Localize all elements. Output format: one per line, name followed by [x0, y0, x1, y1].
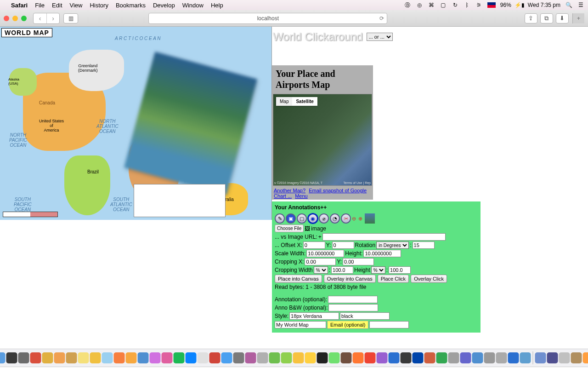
tool-fillrect-icon[interactable]: ▣ [286, 213, 296, 224]
dock-app-35[interactable] [413, 352, 424, 363]
dock-app-48[interactable] [571, 352, 582, 363]
reload-icon[interactable]: ⟳ [379, 15, 384, 22]
image-url-input[interactable] [322, 233, 446, 241]
menu-history[interactable]: History [90, 2, 108, 9]
status-icon-2[interactable]: ◎ [416, 1, 423, 9]
tool-scissors-icon[interactable]: ✂ [341, 213, 351, 224]
menu-edit[interactable]: Edit [52, 2, 62, 9]
sidebar-toggle-button[interactable]: ▥ [63, 13, 78, 23]
dock-app-6[interactable] [66, 352, 77, 363]
menu-help[interactable]: Help [211, 2, 223, 9]
tool-clock-icon[interactable]: ◔ [330, 213, 340, 224]
dock-app-40[interactable] [472, 352, 483, 363]
dock-app-24[interactable] [281, 352, 292, 363]
new-tab-button[interactable]: + [572, 13, 584, 23]
dock-app-13[interactable] [150, 352, 161, 363]
map-type-satellite[interactable]: Satellite [292, 97, 317, 106]
dock-app-23[interactable] [269, 352, 280, 363]
dock-app-41[interactable] [484, 352, 495, 363]
dock-app-4[interactable] [42, 352, 53, 363]
rotation-value-input[interactable] [413, 242, 435, 249]
dock-app-26[interactable] [305, 352, 316, 363]
crop-y-input[interactable] [343, 258, 374, 265]
clock[interactable]: Wed 7:35 pm [528, 2, 560, 8]
dock-app-18[interactable] [209, 352, 220, 363]
dock-app-17[interactable] [198, 352, 209, 363]
dock-app-31[interactable] [365, 352, 376, 363]
email-input[interactable] [369, 321, 409, 328]
dock-app-2[interactable] [18, 352, 29, 363]
status-icon-1[interactable]: Ⓑ [404, 1, 411, 9]
dock-app-11[interactable] [126, 352, 137, 363]
place-click-button[interactable]: Place Click [378, 275, 409, 283]
dock-app-47[interactable] [559, 352, 570, 363]
dock-app-0[interactable] [0, 352, 6, 363]
tool-thumbnail[interactable] [365, 213, 375, 224]
back-button[interactable]: ‹ [34, 13, 46, 23]
crop-x-input[interactable] [305, 258, 336, 265]
tool-cylinder-icon[interactable]: ⌀ [319, 213, 329, 224]
airplay-icon[interactable]: ▢ [440, 1, 447, 9]
dock-app-19[interactable] [221, 352, 232, 363]
tool-pencil-icon[interactable]: ✎ [275, 213, 285, 224]
wifi-icon[interactable]: ⚞ [475, 1, 483, 9]
timemachine-icon[interactable]: ↻ [452, 1, 459, 9]
offset-x-input[interactable] [303, 242, 325, 249]
overlay-click-button[interactable]: Overlay Click [411, 275, 447, 283]
menu-view[interactable]: View [70, 2, 83, 9]
dock-app-21[interactable] [245, 352, 256, 363]
dock-app-5[interactable] [54, 352, 65, 363]
menu-window[interactable]: Window [182, 2, 204, 9]
menu-bookmarks[interactable]: Bookmarks [116, 2, 146, 9]
address-bar[interactable]: localhost ⟳ [148, 13, 387, 24]
choose-file-button[interactable]: Choose File [275, 224, 304, 232]
dock-app-34[interactable] [401, 352, 412, 363]
dock-app-42[interactable] [496, 352, 507, 363]
dock-app-45[interactable] [535, 352, 546, 363]
url-plus[interactable]: + [318, 234, 322, 240]
dock-app-10[interactable] [114, 352, 125, 363]
map-title-input[interactable] [275, 321, 326, 328]
spotlight-icon[interactable]: 🔍 [565, 1, 572, 9]
input-flag-icon[interactable] [487, 2, 496, 8]
forward-button[interactable]: › [46, 13, 59, 23]
world-map-canvas[interactable]: WORLD MAP A R C T I C O C E A N NORTH PA… [0, 27, 272, 220]
dock-app-37[interactable] [436, 352, 447, 363]
place-into-canvas-button[interactable]: Place into Canvas [275, 275, 322, 283]
dock-app-28[interactable] [329, 352, 340, 363]
battery-icon[interactable]: ⚡▮ [516, 1, 523, 9]
rotation-unit-select[interactable]: in Degrees [376, 242, 409, 249]
dock-app-49[interactable] [583, 352, 588, 363]
notification-center-icon[interactable]: ☰ [577, 1, 584, 9]
dock-app-14[interactable] [162, 352, 173, 363]
link-another-map[interactable]: Another Map? [274, 188, 305, 193]
tool-plus-icon[interactable]: ⊕ [358, 216, 364, 222]
crop-height-input[interactable] [389, 266, 411, 274]
dock-app-15[interactable] [174, 352, 185, 363]
style-input[interactable] [289, 312, 339, 320]
share-button[interactable]: ⇪ [525, 13, 537, 23]
overlay-into-canvas-button[interactable]: Overlay into Canvas [324, 275, 376, 283]
dock-app-9[interactable] [102, 352, 113, 363]
tabs-button[interactable]: ⧉ [540, 13, 553, 23]
dock-app-29[interactable] [341, 352, 352, 363]
dock-app-46[interactable] [547, 352, 558, 363]
window-close-button[interactable] [4, 16, 9, 21]
tool-rect-icon[interactable]: ▢ [297, 213, 307, 224]
anno-bw-input[interactable] [328, 304, 378, 311]
color-input[interactable] [340, 312, 390, 320]
crop-height-unit-select[interactable]: % [371, 266, 385, 274]
dock-app-20[interactable] [233, 352, 244, 363]
dock-app-27[interactable] [317, 352, 328, 363]
dock-app-43[interactable] [508, 352, 519, 363]
dock-app-25[interactable] [293, 352, 304, 363]
app-name[interactable]: Safari [11, 2, 28, 9]
scale-height-input[interactable] [363, 250, 401, 257]
dock-app-36[interactable] [424, 352, 435, 363]
window-maximize-button[interactable] [21, 16, 27, 21]
tool-minus-icon[interactable]: ⊖ [352, 216, 357, 222]
dock-app-38[interactable] [448, 352, 459, 363]
tool-circle-icon[interactable]: ◉ [308, 213, 318, 224]
offset-y-input[interactable] [332, 242, 354, 249]
dock-app-44[interactable] [520, 352, 531, 363]
